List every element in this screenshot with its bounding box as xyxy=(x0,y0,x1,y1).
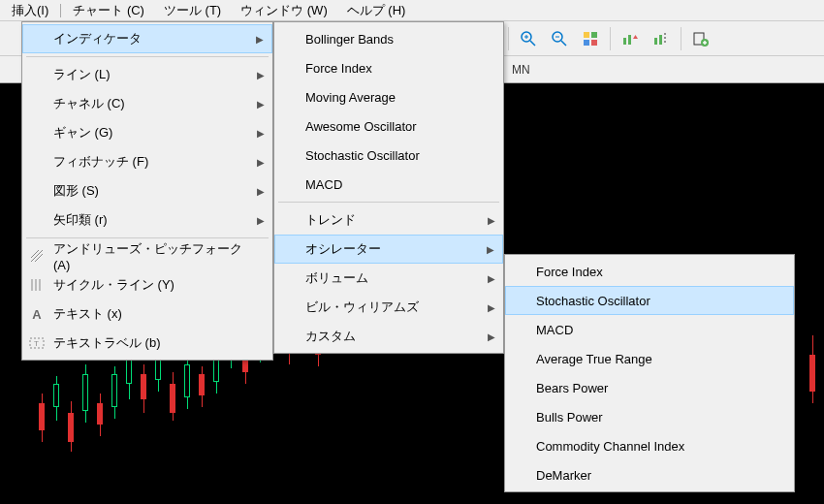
menu-osc-forceindex[interactable]: Force Index xyxy=(505,257,794,286)
menu-andrews[interactable]: アンドリューズ・ピッチフォーク (A) xyxy=(22,241,272,270)
menu-line[interactable]: ライン (L) ▶ xyxy=(22,60,272,89)
menu-label: 図形 (S) xyxy=(53,182,99,200)
menu-osc-bears[interactable]: Bears Power xyxy=(505,373,794,402)
menu-label: テキストラベル (b) xyxy=(53,334,161,352)
menu-osc-bulls[interactable]: Bulls Power xyxy=(505,402,794,431)
menubar: 挿入(I) チャート (C) ツール (T) ウィンドウ (W) ヘルプ (H) xyxy=(0,0,824,21)
svg-rect-19 xyxy=(623,38,626,45)
menu-osc-demarker[interactable]: DeMarker xyxy=(505,460,794,489)
submenu-arrow-icon: ▶ xyxy=(488,331,495,342)
insert-menu: インディケータ ▶ ライン (L) ▶ チャネル (C) ▶ ギャン (G) ▶… xyxy=(21,21,273,361)
menu-label: オシレーター xyxy=(305,240,381,258)
menu-macd[interactable]: MACD xyxy=(274,170,503,199)
menu-osc-macd[interactable]: MACD xyxy=(505,315,794,344)
menu-label: テキスト (x) xyxy=(53,305,122,323)
submenu-arrow-icon: ▶ xyxy=(488,302,495,313)
svg-rect-16 xyxy=(591,32,597,38)
svg-text:T: T xyxy=(34,339,39,348)
menu-label: 矢印類 (r) xyxy=(53,211,108,229)
menu-movingaverage[interactable]: Moving Average xyxy=(274,82,503,111)
menu-trend[interactable]: トレンド▶ xyxy=(274,205,503,235)
svg-rect-18 xyxy=(591,40,597,46)
menu-arrows[interactable]: 矢印類 (r) ▶ xyxy=(22,205,272,235)
menu-sep xyxy=(278,202,499,203)
submenu-arrow-icon: ▶ xyxy=(257,99,265,110)
menu-label: トレンド xyxy=(305,211,356,229)
textlabel-icon: T xyxy=(28,334,46,352)
toolbar-sep-4 xyxy=(610,27,611,50)
svg-line-13 xyxy=(561,41,566,46)
menu-custom[interactable]: カスタム▶ xyxy=(274,322,503,351)
menu-osc-stochastic[interactable]: Stochastic Oscillator xyxy=(505,286,794,315)
submenu-arrow-icon: ▶ xyxy=(257,186,265,197)
menu-label: Awesome Oscillator xyxy=(305,119,417,134)
menu-stochastic[interactable]: Stochastic Oscillator xyxy=(274,141,503,170)
indicators-submenu: Bollinger Bands Force Index Moving Avera… xyxy=(273,21,504,354)
svg-line-9 xyxy=(530,41,535,46)
toolbar-add-indicator-icon[interactable] xyxy=(687,25,714,52)
menu-gann[interactable]: ギャン (G) ▶ xyxy=(22,118,272,147)
svg-rect-17 xyxy=(584,40,589,46)
toolbar-autoscroll-icon[interactable] xyxy=(617,25,644,52)
menubar-chart[interactable]: チャート (C) xyxy=(63,0,154,21)
submenu-arrow-icon: ▶ xyxy=(256,34,264,45)
menu-bollinger[interactable]: Bollinger Bands xyxy=(274,24,503,53)
menu-shapes[interactable]: 図形 (S) ▶ xyxy=(22,176,272,205)
menubar-window[interactable]: ウィンドウ (W) xyxy=(231,0,337,21)
cyclelines-icon xyxy=(28,276,46,294)
submenu-arrow-icon: ▶ xyxy=(257,70,265,80)
menu-fibonacci[interactable]: フィボナッチ (F) ▶ xyxy=(22,147,272,176)
menu-billwilliams[interactable]: ビル・ウィリアムズ▶ xyxy=(274,293,503,322)
menu-osc-cci[interactable]: Commodity Channel Index xyxy=(505,431,794,460)
menu-forceindex[interactable]: Force Index xyxy=(274,53,503,82)
toolbar-zoomin-icon[interactable] xyxy=(515,25,542,52)
menu-oscillators[interactable]: オシレーター▶ xyxy=(274,235,503,264)
menubar-tools[interactable]: ツール (T) xyxy=(154,0,231,21)
menubar-insert[interactable]: 挿入(I) xyxy=(2,0,58,21)
menu-osc-atr[interactable]: Average True Range xyxy=(505,344,794,373)
menu-textlabel[interactable]: T テキストラベル (b) xyxy=(22,329,272,358)
menu-indicators[interactable]: インディケータ ▶ xyxy=(22,24,272,53)
svg-line-30 xyxy=(31,250,39,258)
toolbar-grid-icon[interactable] xyxy=(577,25,604,52)
toolbar-sep-5 xyxy=(681,27,681,50)
menu-channel[interactable]: チャネル (C) ▶ xyxy=(22,89,272,118)
toolbar-shift-icon[interactable] xyxy=(648,25,675,52)
menu-label: Bulls Power xyxy=(536,410,603,425)
menu-label: ボリューム xyxy=(305,269,368,287)
submenu-arrow-icon: ▶ xyxy=(257,128,265,139)
pitchfork-icon xyxy=(28,247,46,265)
menu-label: MACD xyxy=(536,323,573,337)
svg-line-31 xyxy=(35,254,43,262)
menubar-help[interactable]: ヘルプ (H) xyxy=(337,0,416,21)
submenu-arrow-icon: ▶ xyxy=(257,215,265,226)
menu-label: Stochastic Oscillator xyxy=(305,148,420,163)
submenu-arrow-icon: ▶ xyxy=(488,273,495,284)
menu-volume[interactable]: ボリューム▶ xyxy=(274,264,503,293)
svg-rect-22 xyxy=(654,38,657,45)
submenu-arrow-icon: ▶ xyxy=(488,215,495,226)
menu-label: チャネル (C) xyxy=(53,95,125,112)
menu-label: インディケータ xyxy=(53,30,142,47)
menu-label: MACD xyxy=(305,177,342,192)
menu-label: DeMarker xyxy=(536,468,591,483)
menu-cycle[interactable]: サイクル・ライン (Y) xyxy=(22,270,272,299)
menu-sep xyxy=(26,56,269,57)
svg-marker-21 xyxy=(633,35,638,39)
timeframe-mn[interactable]: MN xyxy=(504,60,538,79)
menu-label: ライン (L) xyxy=(53,66,111,83)
svg-rect-23 xyxy=(659,35,662,45)
menu-awesome[interactable]: Awesome Oscillator xyxy=(274,111,503,141)
menu-text[interactable]: A テキスト (x) xyxy=(22,299,272,329)
menu-label: Average True Range xyxy=(536,352,652,366)
oscillators-submenu: Force Index Stochastic Oscillator MACD A… xyxy=(504,254,795,492)
toolbar-zoomout-icon[interactable] xyxy=(546,25,573,52)
menu-label: サイクル・ライン (Y) xyxy=(53,276,174,294)
menu-label: ビル・ウィリアムズ xyxy=(305,299,419,316)
menu-label: Force Index xyxy=(536,265,603,279)
menu-label: カスタム xyxy=(305,328,356,345)
menu-label: フィボナッチ (F) xyxy=(53,153,148,171)
menubar-sep xyxy=(60,4,61,17)
menu-label: Moving Average xyxy=(305,90,396,105)
svg-rect-20 xyxy=(628,35,631,45)
